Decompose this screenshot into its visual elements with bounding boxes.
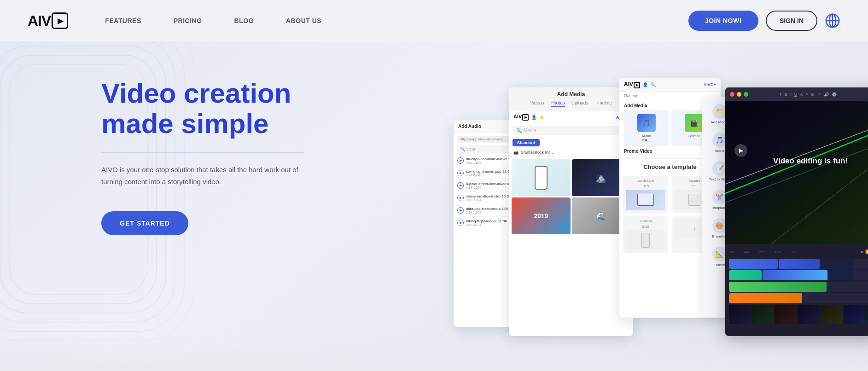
tab-uploads[interactable]: Uploads	[571, 100, 588, 107]
nav-actions: JOIN NOW! SIGN IN	[688, 11, 840, 31]
timeline-track-3	[729, 282, 868, 292]
sign-in-button[interactable]: SIGN IN	[766, 11, 817, 31]
hero-section: Video creation made simple AIVO is your …	[0, 41, 868, 371]
media-thumb-colorful: 2019	[512, 197, 571, 234]
logo[interactable]: AIV ▶	[28, 12, 68, 29]
template-preview-audio[interactable]: 🎵 Audio Ed...	[624, 110, 669, 146]
editor-canvas-text: Video editing is fun!	[773, 157, 848, 166]
tab-timeline[interactable]: Timeline	[594, 100, 612, 107]
logo-text: AIV ▶	[28, 12, 68, 29]
hero-title-line1: Video creation	[101, 78, 313, 109]
nav-link-features[interactable]: FEATURES	[105, 17, 141, 24]
hero-title-line2: made simple	[101, 109, 313, 139]
get-started-button[interactable]: GET STARTED	[101, 211, 188, 235]
timeline-thumbnail-strip	[729, 305, 868, 324]
nav-link-pricing[interactable]: PRICING	[174, 17, 202, 24]
timeline-track-1	[729, 259, 868, 269]
panel-media-browser: Add Media Videos Photos Uploads Timeline…	[509, 87, 633, 336]
nav-links: FEATURES PRICING BLOG ABOUT US	[105, 17, 688, 24]
panel-main-editor: T B I U A ≡ ⊞ ↗ 🔊 ⚙️ Save 607px	[725, 87, 868, 336]
hero-screenshots: Add Audio × https://app.aivo.video/pres.…	[454, 74, 850, 350]
globe-icon[interactable]	[825, 13, 840, 29]
template-landscape[interactable]: Landscape 16:9	[623, 176, 668, 213]
navbar: AIV ▶ FEATURES PRICING BLOG ABOUT US JOI…	[0, 0, 868, 41]
tab-photos[interactable]: Photos	[551, 100, 565, 107]
editor-canvas: ▶ Video editing is fun!	[725, 101, 868, 244]
hero-left: Video creation made simple AIVO is your …	[0, 41, 313, 263]
hero-subtitle: AIVO is your one-stop solution that take…	[101, 164, 299, 187]
logo-icon: ▶	[52, 12, 68, 29]
tab-videos[interactable]: Videos	[530, 100, 544, 107]
timeline-track-2	[729, 270, 868, 280]
timeline-track-4	[729, 293, 868, 303]
join-now-button[interactable]: JOIN NOW!	[688, 11, 758, 31]
hero-title: Video creation made simple	[101, 78, 313, 139]
media-thumb-phone	[512, 159, 571, 196]
hero-divider	[101, 152, 304, 153]
canvas-decoration	[725, 101, 868, 244]
nav-link-about[interactable]: ABOUT US	[286, 17, 321, 24]
editor-timeline: 32s ··· 44s ··· 56s ··· 1:08 ··· 1:20 ⏮ …	[725, 244, 868, 336]
media-panel-title: Add Media	[513, 91, 629, 98]
nav-link-blog[interactable]: BLOG	[234, 17, 254, 24]
template-vertical[interactable]: Vertical 9:16	[623, 216, 668, 253]
standard-filter[interactable]: Standard	[513, 139, 540, 146]
